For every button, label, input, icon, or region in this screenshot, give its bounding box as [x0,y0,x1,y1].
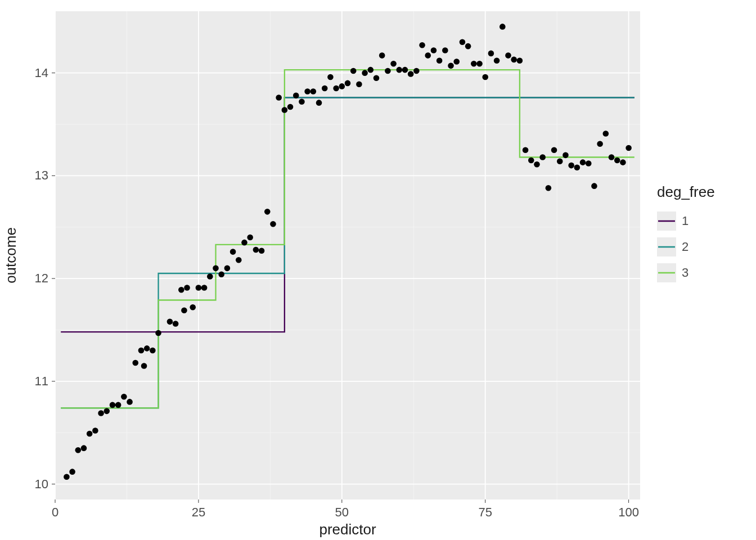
data-point [287,104,294,110]
y-tick-label: 14 [35,66,48,80]
data-point [322,86,328,92]
legend: deg_free123 [657,183,715,282]
y-tick-label: 13 [35,168,48,182]
data-point [276,94,282,101]
x-tick-label: 50 [335,505,349,519]
data-point [81,445,87,451]
data-point [218,272,224,278]
data-point [350,68,357,74]
data-point [500,24,506,30]
data-point [465,43,471,50]
data-point [431,47,437,53]
data-point [253,247,259,253]
data-point [408,71,414,77]
data-point [184,285,190,291]
data-point [264,209,271,215]
data-point [236,257,242,263]
data-point [436,57,443,64]
y-tick-label: 11 [35,374,48,388]
data-point [425,52,431,58]
data-point [574,164,580,170]
data-point [327,74,334,80]
data-point [517,57,523,64]
data-point [64,474,70,480]
legend-item-label: 1 [682,214,688,228]
data-point [551,147,557,153]
data-point [614,158,620,164]
data-point [539,154,546,160]
data-point [586,160,592,166]
data-point [379,52,385,58]
data-point [419,42,425,48]
data-point [316,100,322,106]
x-tick-label: 25 [192,505,205,519]
data-point [127,399,133,405]
y-axis-title: outcome [2,227,19,284]
data-point [442,47,448,53]
data-point [247,235,253,241]
data-point [482,74,488,80]
data-point [304,88,310,94]
data-point [494,57,500,64]
data-point [167,319,173,325]
data-point [110,402,116,408]
data-point [181,307,187,313]
data-point [87,431,93,437]
data-point [580,159,586,165]
data-point [597,141,603,147]
data-point [207,273,213,280]
data-point [396,67,402,73]
data-point [546,185,552,191]
data-point [213,266,219,272]
data-point [356,81,362,87]
data-point [98,410,104,416]
data-point [293,93,299,99]
data-point [460,39,466,46]
data-point [201,285,208,291]
data-point [299,99,305,105]
data-point [69,469,75,475]
legend-item: 2 [657,237,688,256]
chart-svg: 02550751001011121314predictoroutcomedeg_… [0,0,756,540]
x-axis-title: predictor [319,521,376,538]
data-point [609,154,615,160]
data-point [603,130,609,137]
x-tick-label: 0 [52,505,58,519]
data-point [132,360,138,366]
data-point [528,158,534,164]
data-point [448,63,454,69]
y-tick-label: 12 [35,271,48,285]
data-point [511,57,517,63]
data-point [568,163,574,169]
data-point [471,61,477,67]
data-point [390,61,397,67]
legend-item: 1 [657,212,688,231]
data-point [224,266,231,272]
data-point [339,83,345,89]
x-tick-label: 75 [478,505,492,519]
data-point [115,402,122,408]
data-point [413,68,420,74]
data-point [362,70,368,76]
legend-item: 3 [657,263,688,282]
data-point [178,287,184,293]
data-point [385,68,391,74]
data-point [104,408,110,415]
data-point [310,88,317,94]
data-point [534,161,540,168]
data-point [75,447,81,453]
data-point [505,52,511,58]
data-point [141,363,147,369]
legend-item-label: 3 [682,266,688,280]
data-point [230,249,236,255]
data-point [345,80,351,87]
data-point [121,394,127,400]
data-point [190,304,196,310]
data-point [367,67,374,73]
data-point [488,51,494,57]
data-point [241,240,248,246]
data-point [557,158,563,164]
data-point [374,75,380,81]
data-point [155,330,161,336]
data-point [138,348,145,354]
